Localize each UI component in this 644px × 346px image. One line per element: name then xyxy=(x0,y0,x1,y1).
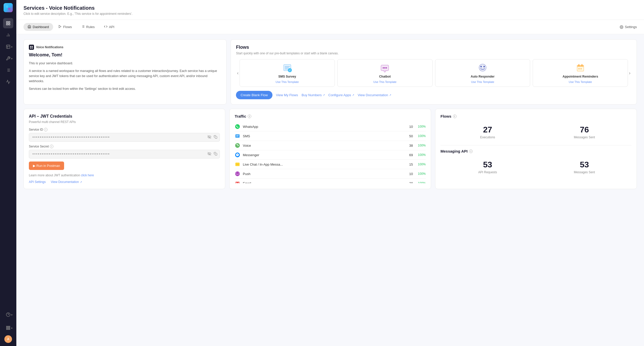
template-appt-name: Appointment Reminders xyxy=(536,75,625,78)
service-id-label: Service ID i xyxy=(29,128,220,131)
svg-rect-25 xyxy=(8,328,9,328)
svg-rect-60 xyxy=(580,68,582,69)
messaging-api-info-icon[interactable]: i xyxy=(469,150,473,153)
tab-flows[interactable]: Flows xyxy=(54,23,76,31)
traffic-info-icon[interactable]: i xyxy=(248,115,251,118)
service-secret-info-icon[interactable]: i xyxy=(50,145,53,148)
svg-text:✓: ✓ xyxy=(289,69,291,72)
api-card: API – JWT Credentials Powerful multi cha… xyxy=(23,109,225,189)
api-messages-sent-stat: 53 Messages Sent xyxy=(537,157,631,177)
tab-dashboard[interactable]: Dashboard xyxy=(23,23,53,31)
app-logo[interactable] xyxy=(4,3,13,12)
page-subtitle[interactable]: Click to edit service description. E.g.,… xyxy=(23,12,637,16)
tab-rules-label: Rules xyxy=(86,25,95,29)
external-link-icon-4: ↗ xyxy=(80,181,82,183)
sidebar-item-chart[interactable] xyxy=(3,30,13,40)
sidebar-item-tools[interactable]: ▶ xyxy=(3,53,13,64)
svg-point-65 xyxy=(235,124,240,129)
tab-rules[interactable]: Rules xyxy=(77,23,99,31)
email-pct: 100% xyxy=(413,181,426,183)
livechat-count: 15 xyxy=(403,163,413,166)
create-blank-flow-btn[interactable]: Create Blank Flow xyxy=(236,91,272,99)
svg-rect-28 xyxy=(8,329,9,330)
messaging-api-title: Messaging API i xyxy=(440,149,631,153)
service-secret-toggle-btn[interactable] xyxy=(207,152,212,157)
buy-numbers-link[interactable]: Buy Numbers ↗ xyxy=(302,93,325,97)
sidebar-item-analytics[interactable] xyxy=(3,77,13,87)
service-id-input[interactable] xyxy=(29,133,220,142)
svg-rect-45 xyxy=(285,69,288,69)
template-sms-link[interactable]: Use This Template xyxy=(243,80,331,83)
template-auto-name: Auto Responder xyxy=(438,75,527,78)
executions-value: 27 xyxy=(443,125,532,134)
welcome-description2: Services can be locked from within the '… xyxy=(29,86,221,91)
template-appt-link[interactable]: Use This Template xyxy=(536,80,625,83)
configure-apps-link[interactable]: Configure Apps ↗ xyxy=(328,93,354,97)
service-secret-input[interactable] xyxy=(29,150,220,158)
badge-text: Voice Notifications xyxy=(36,45,63,49)
template-next-btn[interactable]: › xyxy=(628,69,631,77)
sidebar-item-help[interactable]: ▶ xyxy=(3,310,13,320)
livechat-pct: 100% xyxy=(413,163,426,166)
service-id-copy-btn[interactable] xyxy=(213,135,218,140)
service-secret-icons xyxy=(207,152,218,157)
messenger-count: 69 xyxy=(403,153,413,157)
jwt-click-here-link[interactable]: click here xyxy=(81,174,94,177)
service-secret-copy-btn[interactable] xyxy=(213,152,218,157)
service-id-toggle-btn[interactable] xyxy=(207,135,212,140)
home-icon xyxy=(28,25,31,29)
traffic-row-push: Push 10 100% xyxy=(235,169,426,179)
main-content: Services - Voice Notifications Click to … xyxy=(16,0,644,346)
tab-api[interactable]: API xyxy=(100,23,118,31)
template-auto-responder[interactable]: Auto Responder Use This Template xyxy=(435,59,530,87)
svg-rect-10 xyxy=(6,45,10,48)
welcome-badge: Voice Notifications xyxy=(29,45,221,50)
user-avatar[interactable]: A xyxy=(4,335,12,343)
voice-icon xyxy=(235,143,240,148)
api-view-docs-link[interactable]: View Documentation ↗ xyxy=(51,180,82,184)
whatsapp-label: WhatsApp xyxy=(243,125,403,129)
create-blank-flow-label: Create Blank Flow xyxy=(241,93,268,97)
template-sms-icon: ✓ xyxy=(282,63,292,73)
whatsapp-icon xyxy=(235,124,240,129)
svg-rect-64 xyxy=(215,153,217,155)
run-postman-btn[interactable]: ▶ Run in Postman xyxy=(29,162,64,170)
sidebar-item-grid[interactable] xyxy=(3,18,13,28)
sidebar-item-apps[interactable]: ▶ xyxy=(3,323,13,333)
view-my-flows-link[interactable]: View My Flows xyxy=(276,93,298,97)
page-title: Services - Voice Notifications xyxy=(23,5,637,11)
api-messages-sent-label: Messages Sent xyxy=(540,170,629,174)
service-id-info-icon[interactable]: i xyxy=(44,128,47,131)
traffic-list: WhatsApp 10 100% SMS 50 xyxy=(235,122,426,183)
svg-rect-21 xyxy=(6,326,7,327)
traffic-row-whatsapp: WhatsApp 10 100% xyxy=(235,122,426,131)
template-prev-btn[interactable]: ‹ xyxy=(236,69,240,77)
template-auto-link[interactable]: Use This Template xyxy=(438,80,527,83)
welcome-title: Welcome, Tom! xyxy=(29,52,221,58)
push-label: Push xyxy=(243,172,403,176)
welcome-badge-icon xyxy=(29,45,34,50)
settings-link[interactable]: Settings xyxy=(620,25,637,29)
view-my-flows-label: View My Flows xyxy=(276,93,298,97)
sidebar-item-list[interactable] xyxy=(3,65,13,75)
template-appointment[interactable]: Appointment Reminders Use This Template xyxy=(533,59,628,87)
svg-rect-56 xyxy=(577,65,584,67)
api-footer: Learn more about JWT authentication clic… xyxy=(29,174,220,177)
template-chatbot-link[interactable]: Use This Template xyxy=(341,80,429,83)
template-sms-survey[interactable]: ✓ SMS Survey Use This Template xyxy=(240,59,335,87)
copy-icon xyxy=(214,135,217,139)
api-settings-link[interactable]: API Settings xyxy=(29,180,46,184)
template-chatbot[interactable]: Chatbot Use This Template xyxy=(337,59,433,87)
svg-rect-39 xyxy=(32,46,33,47)
sidebar-item-layout[interactable]: ▶ xyxy=(3,42,13,52)
email-count: 28 xyxy=(403,181,413,183)
svg-rect-38 xyxy=(30,46,31,47)
traffic-row-messenger: Messenger 69 100% xyxy=(235,150,426,160)
flows-actions: Create Blank Flow View My Flows Buy Numb… xyxy=(236,91,631,99)
svg-rect-40 xyxy=(30,47,31,48)
messenger-pct: 100% xyxy=(413,153,426,157)
view-documentation-link[interactable]: View Documentation ↗ xyxy=(358,93,391,97)
flows-stat-info-icon[interactable]: i xyxy=(453,115,457,118)
push-pct: 100% xyxy=(413,172,426,176)
external-link-icon-2: ↗ xyxy=(352,94,354,96)
